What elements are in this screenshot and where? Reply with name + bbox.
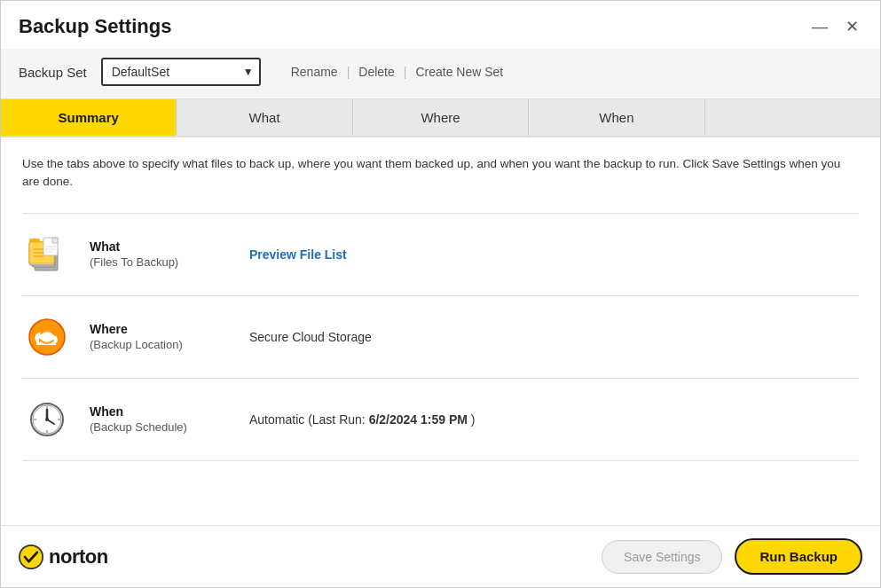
title-bar: Backup Settings — ✕: [1, 1, 880, 49]
files-icon: [22, 230, 72, 279]
backup-set-bar: Backup Set DefaultSet ▼ Rename | Delete …: [1, 49, 880, 99]
when-value: Automatic (Last Run: 6/2/2024 1:59 PM ): [249, 412, 859, 427]
window-controls: — ✕: [809, 16, 862, 37]
footer: norton Save Settings Run Backup: [1, 525, 880, 587]
description-text: Use the tabs above to specify what files…: [22, 155, 859, 192]
clock-icon: [22, 395, 72, 444]
cloud-icon: [22, 312, 72, 362]
tab-when[interactable]: When: [529, 99, 704, 136]
what-title: What: [90, 239, 232, 254]
svg-point-21: [45, 418, 49, 421]
backup-set-actions: Rename | Delete | Create New Set: [282, 65, 513, 79]
norton-check-icon: [19, 545, 43, 569]
summary-row-what: What (Files To Backup) Preview File List: [22, 213, 859, 295]
tabs-bar: Summary What Where When: [1, 99, 880, 137]
footer-buttons: Save Settings Run Backup: [602, 538, 862, 575]
what-subtitle: (Files To Backup): [90, 255, 178, 269]
what-label: What (Files To Backup): [90, 239, 232, 270]
tab-what[interactable]: What: [177, 99, 352, 136]
create-new-set-button[interactable]: Create New Set: [406, 65, 512, 79]
where-subtitle: (Backup Location): [90, 338, 183, 351]
svg-point-26: [20, 545, 43, 568]
backup-set-select[interactable]: DefaultSet: [101, 58, 261, 86]
summary-row-when: When (Backup Schedule) Automatic (Last R…: [22, 378, 859, 461]
where-value: Secure Cloud Storage: [249, 330, 859, 344]
norton-brand-text: norton: [49, 545, 108, 568]
save-settings-button[interactable]: Save Settings: [602, 540, 722, 574]
when-title: When: [90, 404, 232, 419]
when-label: When (Backup Schedule): [90, 404, 232, 435]
backup-settings-window: Backup Settings — ✕ Backup Set DefaultSe…: [0, 0, 881, 588]
minimize-button[interactable]: —: [809, 16, 830, 37]
run-backup-button[interactable]: Run Backup: [735, 538, 862, 575]
backup-set-label: Backup Set: [19, 65, 87, 80]
what-value: Preview File List: [249, 247, 859, 262]
tab-summary[interactable]: Summary: [1, 99, 177, 136]
rename-button[interactable]: Rename: [282, 65, 347, 79]
norton-logo: norton: [19, 545, 108, 569]
last-run-date: 6/2/2024 1:59 PM: [369, 412, 468, 427]
backup-set-select-wrapper[interactable]: DefaultSet ▼: [101, 58, 261, 86]
delete-button[interactable]: Delete: [350, 65, 403, 79]
preview-file-list-link[interactable]: Preview File List: [249, 247, 347, 262]
summary-row-where: Where (Backup Location) Secure Cloud Sto…: [22, 295, 859, 378]
tab-where[interactable]: Where: [353, 99, 529, 136]
when-subtitle: (Backup Schedule): [90, 420, 187, 434]
content-area: Use the tabs above to specify what files…: [1, 137, 880, 525]
where-title: Where: [90, 322, 232, 336]
close-button[interactable]: ✕: [841, 16, 862, 37]
where-label: Where (Backup Location): [90, 322, 232, 352]
window-title: Backup Settings: [19, 15, 171, 38]
tab-extra[interactable]: [705, 99, 880, 136]
